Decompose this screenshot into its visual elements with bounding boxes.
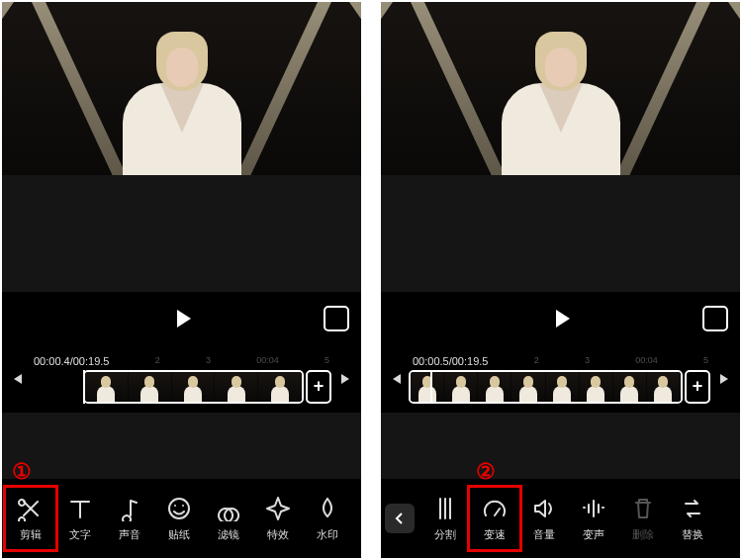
split-icon <box>432 496 458 521</box>
preview-scene <box>381 2 740 175</box>
tool-label: 变声 <box>583 527 604 542</box>
tool-delete[interactable]: 删除 <box>618 489 668 548</box>
playhead[interactable] <box>430 370 432 404</box>
preview-black-bar <box>2 175 361 292</box>
tool-label: 音量 <box>533 527 555 542</box>
tool-label: 变速 <box>484 527 506 542</box>
timeline[interactable]: 00:00.4/00:19.5 2 3 00:04 5 + <box>2 345 361 413</box>
editor-screen-right: 00:00.5/00:19.5 2 3 00:04 5 19.5s <box>381 2 740 558</box>
preview-black-bar <box>381 175 740 292</box>
tool-edit[interactable]: 剪辑 <box>6 489 55 548</box>
play-icon[interactable] <box>167 304 197 333</box>
skip-end-icon[interactable] <box>337 370 355 388</box>
speaker-icon <box>531 496 557 521</box>
scissors-icon <box>18 496 44 521</box>
skip-start-icon[interactable] <box>8 370 26 388</box>
back-button[interactable] <box>385 504 415 533</box>
fullscreen-icon[interactable] <box>702 306 728 331</box>
tool-label: 声音 <box>119 527 140 542</box>
tool-label: 删除 <box>632 527 654 542</box>
preview-scene <box>2 2 361 175</box>
trash-icon <box>630 496 656 521</box>
video-preview[interactable] <box>2 2 361 175</box>
tool-label: 文字 <box>69 527 91 542</box>
video-preview[interactable] <box>381 2 740 175</box>
replace-icon <box>680 496 705 521</box>
skip-end-icon[interactable] <box>716 370 734 388</box>
tool-volume[interactable]: 音量 <box>519 489 569 548</box>
clip-strip[interactable]: + <box>30 370 333 404</box>
timecode: 00:00.5/00:19.5 <box>413 355 488 367</box>
tool-sound[interactable]: 声音 <box>105 489 154 548</box>
spacer <box>381 413 740 479</box>
note-icon <box>117 496 142 521</box>
bottom-toolbar: 剪辑文字声音贴纸滤镜特效水印 <box>2 479 361 558</box>
tool-filter[interactable]: 滤镜 <box>204 489 253 548</box>
skip-start-icon[interactable] <box>387 370 405 388</box>
tool-fx[interactable]: 特效 <box>253 489 303 548</box>
chevron-left-icon <box>393 512 407 525</box>
player-controls <box>2 292 361 345</box>
tool-label: 分割 <box>434 527 456 542</box>
tool-voice[interactable]: 变声 <box>569 489 618 548</box>
tool-replace[interactable]: 替换 <box>668 489 717 548</box>
tool-label: 剪辑 <box>20 527 42 542</box>
clip-strip[interactable]: 19.5s + <box>409 370 712 404</box>
tool-label: 替换 <box>682 527 703 542</box>
timecode: 00:00.4/00:19.5 <box>34 355 109 367</box>
bottom-toolbar: 分割变速音量变声删除替换 <box>381 479 740 558</box>
clip-frames[interactable]: 19.5s <box>409 370 683 404</box>
player-controls <box>381 292 740 345</box>
voice-icon <box>581 496 606 521</box>
drop-icon <box>315 496 340 521</box>
tool-water[interactable]: 水印 <box>303 489 352 548</box>
editor-screen-left: 00:00.4/00:19.5 2 3 00:04 5 + 剪辑文字声音贴纸滤 <box>2 2 361 558</box>
timeline-ticks: 00:00.5/00:19.5 2 3 00:04 5 <box>409 355 712 367</box>
add-clip-button[interactable]: + <box>685 370 710 404</box>
play-icon[interactable] <box>546 304 576 333</box>
spark-icon <box>265 496 291 521</box>
tool-split[interactable]: 分割 <box>420 489 470 548</box>
tool-label: 特效 <box>267 527 289 542</box>
timeline[interactable]: 00:00.5/00:19.5 2 3 00:04 5 19.5s <box>381 345 740 413</box>
timeline-ticks: 00:00.4/00:19.5 2 3 00:04 5 <box>30 355 333 367</box>
tool-sticker[interactable]: 贴纸 <box>154 489 204 548</box>
gauge-icon <box>482 496 508 521</box>
fullscreen-icon[interactable] <box>324 306 349 331</box>
tool-label: 水印 <box>317 527 338 542</box>
add-clip-button[interactable]: + <box>306 370 331 404</box>
tool-text[interactable]: 文字 <box>55 489 105 548</box>
tool-label: 贴纸 <box>168 527 190 542</box>
venn-icon <box>216 496 241 521</box>
tool-label: 滤镜 <box>218 527 239 542</box>
playhead[interactable] <box>83 370 85 404</box>
smile-icon <box>166 496 192 521</box>
clip-frames[interactable] <box>83 370 304 404</box>
text-icon <box>67 496 93 521</box>
tool-speed[interactable]: 变速 <box>470 489 519 548</box>
spacer <box>2 413 361 479</box>
